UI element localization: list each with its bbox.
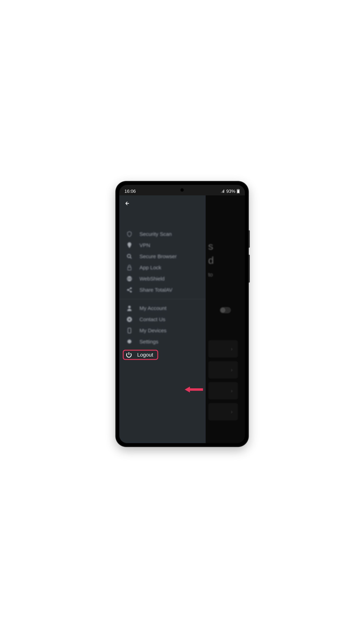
menu-label: App Lock — [140, 265, 161, 271]
logout-label: Logout — [137, 352, 153, 358]
svg-point-9 — [127, 276, 132, 281]
menu-item-vpn[interactable]: VPN — [119, 240, 206, 251]
svg-point-13 — [128, 306, 131, 308]
svg-rect-3 — [223, 190, 224, 193]
power-icon — [126, 352, 132, 358]
status-right: 93% — [221, 189, 239, 194]
menu-item-webshield[interactable]: WebShield — [119, 273, 206, 284]
battery-pct: 93% — [226, 189, 235, 194]
shield-icon — [126, 231, 133, 237]
back-button[interactable] — [119, 195, 206, 211]
search-icon — [126, 253, 133, 260]
user-icon — [126, 305, 133, 312]
menu-label: Share TotalAV — [140, 287, 172, 293]
svg-rect-15 — [128, 328, 131, 333]
menu-label: Contact Us — [140, 316, 165, 322]
menu-label: Settings — [140, 339, 158, 345]
menu-label: My Account — [140, 305, 167, 311]
vpn-pin-icon — [126, 242, 133, 248]
backdrop-list-item: › — [208, 382, 238, 399]
annotation-arrow — [184, 385, 207, 394]
svg-point-7 — [127, 254, 131, 258]
svg-rect-6 — [237, 190, 239, 193]
svg-rect-2 — [223, 190, 223, 193]
volume-down-button — [248, 255, 250, 283]
signal-icon — [221, 190, 225, 193]
menu-label: Secure Browser — [140, 253, 177, 259]
menu-item-contact-us[interactable]: Contact Us — [119, 314, 206, 325]
menu-item-app-lock[interactable]: App Lock — [119, 262, 206, 273]
globe-icon — [126, 276, 133, 282]
phone-icon — [126, 327, 133, 334]
share-icon — [126, 287, 133, 293]
front-camera — [180, 188, 184, 192]
menu-label: VPN — [140, 242, 150, 248]
backdrop-list-item: › — [208, 340, 238, 358]
menu-list: Security Scan VPN — [119, 211, 206, 362]
backdrop-list: › › › › — [208, 340, 238, 424]
menu-label: WebShield — [140, 276, 165, 282]
backdrop-title: sd to — [208, 239, 214, 279]
menu-item-logout[interactable]: Logout — [123, 350, 158, 360]
menu-item-my-account[interactable]: My Account — [119, 303, 206, 314]
battery-icon — [237, 189, 240, 193]
svg-rect-8 — [128, 267, 131, 270]
menu-label: My Devices — [140, 328, 167, 333]
volume-up-button — [248, 230, 250, 248]
svg-rect-0 — [221, 192, 221, 193]
menu-item-security-scan[interactable]: Security Scan — [119, 229, 206, 240]
phone-mockup-frame: 16:06 93% — [116, 181, 248, 447]
navigation-drawer: Security Scan VPN — [119, 195, 206, 443]
status-time: 16:06 — [125, 189, 136, 194]
menu-item-my-devices[interactable]: My Devices — [119, 325, 206, 336]
backdrop-toggle — [220, 307, 231, 313]
phone-screen: 16:06 93% — [119, 185, 245, 443]
backdrop-list-item: › — [208, 403, 238, 420]
lock-icon — [126, 264, 133, 271]
menu-label: Security Scan — [140, 231, 172, 237]
menu-item-share[interactable]: Share TotalAV — [119, 284, 206, 296]
svg-rect-1 — [222, 191, 222, 193]
menu-item-settings[interactable]: Settings — [119, 336, 206, 347]
gear-icon — [126, 339, 133, 345]
backdrop-list-item: › — [208, 361, 238, 379]
circle-x-icon — [126, 316, 133, 322]
menu-item-secure-browser[interactable]: Secure Browser — [119, 251, 206, 262]
